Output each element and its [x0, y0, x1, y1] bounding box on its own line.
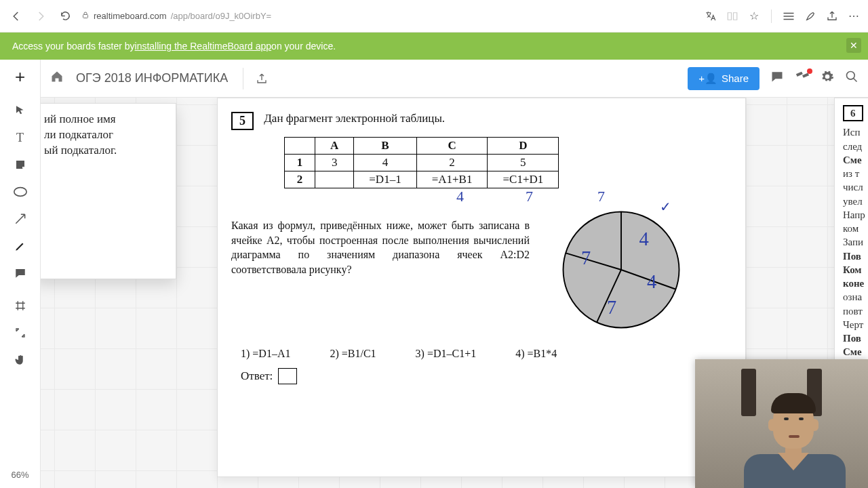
webcam-overlay	[695, 359, 868, 488]
spreadsheet-table: A B C D 1 3 4 2 5 2 =D1–1 =A1+B1	[284, 137, 559, 188]
board-canvas[interactable]: ий полное имя ли подкаталог ый подкатало…	[41, 98, 868, 488]
task-number: 5	[231, 112, 254, 130]
app-frame: + T 66% ОГЭ 2018 ИНФОРМАТИКА +👤 Share	[0, 60, 868, 488]
install-banner: Access your boards faster by installing …	[0, 33, 868, 60]
url-host: realtimeboard.com	[94, 11, 167, 21]
person-ear	[768, 419, 776, 431]
hub-icon[interactable]	[783, 10, 795, 22]
add-person-icon: +👤	[698, 73, 717, 85]
sticky-tool[interactable]	[8, 152, 33, 177]
option-4: 4) =B1*4	[515, 348, 557, 360]
handwritten-value: 7	[526, 188, 533, 205]
svg-point-2	[847, 72, 855, 80]
person-hair	[771, 393, 816, 413]
zoom-level[interactable]: 66%	[11, 470, 28, 480]
svg-rect-0	[83, 15, 88, 18]
snippet-lines: ИспследСмеиз тчислувелНапркомЗапиПовКомк…	[843, 125, 868, 359]
person-eye	[784, 418, 789, 420]
hand-tool[interactable]	[8, 348, 33, 372]
pie-label: 7	[581, 247, 591, 268]
pie-label: 4	[639, 228, 649, 249]
browser-toolbar: realtimeboard.com/app/board/o9J_k0OirbY=…	[0, 0, 868, 33]
comment-tool[interactable]	[8, 261, 33, 285]
frame-task-5[interactable]: 5 Дан фрагмент электронной таблицы. A B …	[217, 98, 746, 477]
handwritten-value: 4	[456, 188, 464, 205]
more-icon[interactable]: ⋯	[848, 10, 860, 22]
answer-row: Ответ:	[241, 368, 297, 384]
browser-right-icons: ☆ ⋯	[705, 9, 860, 23]
refresh-button[interactable]	[57, 8, 73, 24]
snippet-line: ли подкаталог	[44, 127, 166, 143]
select-tool[interactable]	[8, 98, 33, 123]
separator	[771, 9, 772, 23]
banner-close-button[interactable]: ✕	[846, 38, 861, 53]
col-head: D	[488, 138, 559, 155]
snippet-line: ий полное имя	[44, 112, 166, 127]
share-label: Share	[722, 73, 749, 84]
cell: =D1–1	[354, 171, 416, 188]
favorite-icon[interactable]: ☆	[748, 10, 760, 22]
back-button[interactable]	[8, 8, 24, 24]
lock-icon	[81, 10, 90, 22]
cell: 2	[416, 155, 488, 171]
reading-icon[interactable]	[726, 10, 738, 22]
translate-icon[interactable]	[705, 10, 717, 22]
frame-left-snippet[interactable]: ий полное имя ли подкаталог ый подкатало…	[41, 103, 176, 279]
task-number: 6	[843, 105, 863, 121]
pie-label: 4	[647, 271, 656, 292]
board-title[interactable]: ОГЭ 2018 ИНФОРМАТИКА	[76, 71, 228, 85]
text-tool[interactable]: T	[8, 125, 33, 150]
cell: 3	[315, 155, 354, 171]
banner-link[interactable]: installing the RealtimeBoard app	[135, 41, 272, 52]
task-question: Какая из формул, приведённых ниже, может…	[231, 218, 530, 277]
home-icon[interactable]	[50, 70, 64, 87]
snippet-line: ый подкаталог.	[44, 143, 166, 159]
add-tool[interactable]: +	[15, 66, 25, 87]
option-3: 3) =D1–C1+1	[416, 348, 477, 360]
address-bar[interactable]: realtimeboard.com/app/board/o9J_k0OirbY=	[81, 10, 696, 22]
cell: =C1+D1	[488, 171, 559, 188]
banner-pre: Access your boards faster by	[12, 41, 135, 52]
export-icon[interactable]	[243, 68, 268, 89]
option-1: 1) =D1–A1	[241, 348, 290, 360]
app-topbar: ОГЭ 2018 ИНФОРМАТИКА +👤 Share	[41, 60, 868, 98]
search-icon[interactable]	[845, 70, 859, 87]
cards-icon[interactable]	[795, 70, 810, 87]
row-head: 1	[285, 155, 315, 171]
notes-icon[interactable]	[804, 10, 816, 22]
person-ear	[810, 419, 818, 431]
pie-chart: 4 4 7 7	[557, 205, 686, 334]
task-prompt: Дан фрагмент электронной таблицы.	[264, 112, 445, 125]
cell: 5	[488, 155, 559, 171]
handwritten-value: 7	[597, 188, 605, 205]
banner-post: on your device.	[271, 41, 336, 52]
settings-icon[interactable]	[821, 70, 834, 87]
cell: =A1+B1	[416, 171, 488, 188]
share-browser-icon[interactable]	[826, 10, 838, 22]
col-head: C	[416, 138, 488, 155]
shape-tool[interactable]	[8, 180, 33, 204]
frames-tool[interactable]	[8, 293, 33, 318]
pen-tool[interactable]	[8, 234, 33, 258]
row-head: 2	[285, 171, 315, 188]
col-head: A	[315, 138, 354, 155]
col-head: B	[354, 138, 416, 155]
cell: 4	[354, 155, 416, 171]
pie-label: 7	[607, 297, 616, 318]
wall-decor	[741, 369, 756, 416]
forward-button[interactable]	[33, 8, 49, 24]
url-path: /app/board/o9J_k0OirbY=	[171, 11, 272, 21]
answer-box[interactable]	[278, 368, 297, 384]
arrow-tool[interactable]	[8, 207, 33, 231]
svg-point-1	[14, 188, 26, 197]
option-2: 2) =B1/C1	[330, 348, 376, 360]
answer-label: Ответ:	[241, 369, 273, 383]
person-mouth	[789, 435, 800, 438]
person-eye	[799, 418, 804, 420]
fit-tool[interactable]	[8, 321, 33, 345]
share-button[interactable]: +👤 Share	[688, 67, 760, 90]
left-toolbar: + T 66%	[0, 60, 41, 488]
chat-icon[interactable]	[770, 70, 784, 87]
answer-options: 1) =D1–A1 2) =B1/C1 3) =D1–C1+1 4) =B1*4	[241, 348, 557, 360]
cell	[315, 171, 354, 188]
